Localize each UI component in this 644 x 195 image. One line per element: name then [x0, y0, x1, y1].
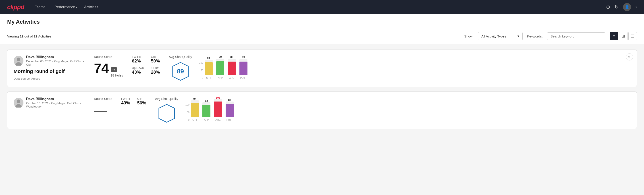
bar-group-arg: 89 [228, 56, 236, 75]
mini-stat-col-left: FW Hit 43% [121, 97, 130, 106]
fw-hit-stat: FW Hit 62% [132, 55, 144, 64]
user-avatar[interactable]: 👤 [623, 3, 631, 11]
user-info: Dave Billingham December 05, 2021 - Gog … [26, 55, 85, 66]
avatar [14, 98, 24, 108]
logo: clippd [7, 4, 24, 11]
user-name: Dave Billingham [26, 97, 85, 101]
activity-card: ✏ Dave Billingham December 05, 2021 - Go… [7, 50, 637, 87]
bar-ott [205, 60, 213, 75]
gir-stat: GIR 50% [151, 55, 160, 64]
svg-point-1 [17, 58, 20, 61]
mini-stat-col-right: GIR 56% [137, 97, 146, 106]
search-input[interactable] [547, 32, 605, 40]
svg-point-5 [17, 100, 20, 103]
mini-stats: FW Hit 43% GIR 56% [121, 97, 146, 106]
x-axis-labels: OTT APP ARG PUTT [191, 118, 234, 121]
view-toggle: ≡ ⊞ ☰ [610, 32, 637, 40]
updown-stat: Up/Down 43% [132, 66, 144, 75]
content-area: ✏ Dave Billingham December 05, 2021 - Go… [0, 44, 644, 134]
nav-teams[interactable]: Teams ▾ [35, 3, 47, 11]
y-axis: 100 50 0 [199, 61, 205, 79]
mini-stat-col-left: FW Hit 62% Up/Down 43% [132, 55, 144, 75]
bars-container: 94 82 106 [191, 99, 234, 117]
bar-putt [240, 59, 248, 75]
chevron-down-icon: ▾ [46, 6, 48, 8]
add-icon[interactable]: ⊕ [606, 4, 610, 10]
hexagon [157, 103, 177, 124]
show-label: Show: [464, 34, 474, 38]
one-putt-stat: 1 Putt 28% [151, 66, 160, 75]
bar-group-arg: 106 [214, 96, 222, 117]
round-score-label: Round Score [94, 55, 123, 59]
activity-card: Dave Billingham October 16, 2021 - Gog M… [7, 92, 637, 129]
bar-app [216, 59, 224, 75]
user-date: October 16, 2021 - Gog Magog Golf Club -… [26, 102, 85, 108]
page-title: My Activities [7, 14, 40, 28]
user-info: Dave Billingham October 16, 2021 - Gog M… [26, 97, 85, 108]
hexagon-wrapper [155, 103, 178, 124]
shot-quality-value: 89 [177, 68, 184, 75]
card-left: Dave Billingham October 16, 2021 - Gog M… [14, 97, 85, 110]
avatar [14, 56, 24, 66]
chevron-down-icon: ▾ [76, 6, 77, 8]
shot-quality-label: Avg Shot Quality [169, 55, 192, 59]
y-axis: 100 50 0 [186, 103, 191, 121]
round-score-label: Round Score [94, 97, 112, 100]
shot-quality-label: Avg Shot Quality [155, 97, 178, 100]
refresh-icon[interactable]: ↻ [614, 4, 618, 10]
user-date: December 05, 2021 - Gog Magog Golf Club … [26, 60, 85, 66]
hexagon-wrapper: 89 [169, 61, 192, 82]
nav-activities[interactable]: Activities [84, 3, 98, 11]
page-header: My Activities [0, 14, 644, 28]
nav-performance[interactable]: Performance ▾ [55, 3, 77, 11]
round-score-group: Round Score 74 +4 18 Holes [94, 55, 123, 77]
hexagon: 89 [170, 61, 190, 82]
nav-icons: ⊕ ↻ 👤 ▾ [606, 3, 637, 11]
activity-type-dropdown[interactable]: All Activity Types ▾ [478, 32, 522, 40]
user-row: Dave Billingham October 16, 2021 - Gog M… [14, 97, 85, 108]
list-detail-view-button[interactable]: ☰ [628, 32, 637, 40]
svg-marker-7 [159, 104, 174, 122]
bar-group-putt: 87 [226, 98, 234, 117]
navbar: clippd Teams ▾ Performance ▾ Activities … [0, 0, 644, 14]
mini-stats: FW Hit 62% Up/Down 43% GIR 50% 1 Putt 28… [132, 55, 160, 75]
activity-title: Morning round of golf [14, 68, 85, 74]
round-score-group: Round Score [94, 97, 112, 112]
data-source: Data Source: Arccos [14, 77, 85, 80]
bar-group-app: 90 [216, 55, 224, 75]
filter-bar: Viewing 12 out of 29 Activities Show: Al… [0, 28, 644, 44]
user-name: Dave Billingham [26, 55, 85, 59]
chevron-down-icon: ▾ [518, 34, 519, 38]
bar-group-app: 82 [202, 99, 210, 117]
mini-stat-col-right: GIR 50% 1 Putt 28% [151, 55, 160, 75]
edit-button[interactable]: ✏ [626, 53, 633, 60]
keywords-label: Keywords: [527, 34, 543, 38]
score-placeholder [94, 103, 107, 112]
bar-chart: 100 50 0 94 82 [186, 99, 234, 121]
viewing-text: Viewing 12 out of 29 Activities [7, 34, 51, 38]
gir-stat: GIR 56% [137, 97, 146, 106]
x-axis-labels: OTT APP ARG PUTT [205, 76, 248, 79]
bars-container: 85 90 [205, 57, 248, 75]
bar-arg [228, 59, 236, 75]
score-badge: +4 [111, 68, 117, 72]
score-holes: 18 Holes [111, 74, 123, 77]
list-compact-view-button[interactable]: ≡ [610, 32, 618, 40]
grid-view-button[interactable]: ⊞ [619, 32, 628, 40]
shot-quality-section: Avg Shot Quality 100 50 0 [155, 97, 630, 124]
bar-group-putt: 89 [240, 56, 248, 75]
chevron-down-icon[interactable]: ▾ [636, 6, 637, 9]
user-row: Dave Billingham December 05, 2021 - Gog … [14, 55, 85, 66]
shot-quality-section: Avg Shot Quality 89 100 50 0 [169, 55, 630, 82]
bar-chart: 100 50 0 85 [199, 57, 248, 79]
card-left: Dave Billingham December 05, 2021 - Gog … [14, 55, 85, 80]
fw-hit-stat: FW Hit 43% [121, 97, 130, 106]
score-value: 74 +4 18 Holes [94, 60, 123, 77]
bar-group-ott: 85 [205, 56, 213, 75]
user-icon: 👤 [624, 5, 630, 10]
bar-group-ott: 94 [191, 97, 199, 117]
